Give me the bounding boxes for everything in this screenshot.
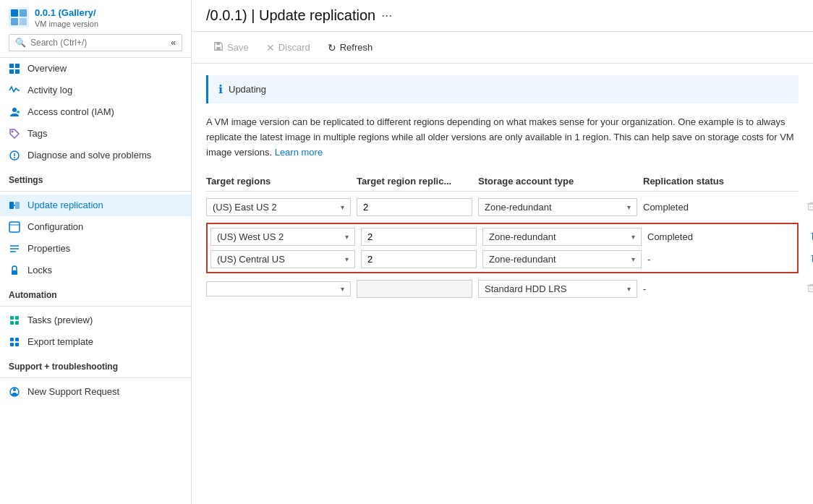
search-input[interactable] <box>30 38 166 48</box>
storage-select-1[interactable]: Zone-redundant ▾ <box>482 228 642 246</box>
svg-rect-25 <box>10 316 14 320</box>
main-content: /0.0.1) | Update replication ··· Save ✕ … <box>192 0 813 504</box>
support-divider <box>0 377 191 378</box>
content-area: ℹ Updating A VM image version can be rep… <box>192 64 813 504</box>
discard-label: Discard <box>278 42 310 53</box>
nav-iam[interactable]: + Access control (IAM) <box>0 101 191 123</box>
config-icon <box>9 221 20 233</box>
svg-rect-1 <box>11 9 18 17</box>
nav-iam-label: Access control (IAM) <box>27 106 114 117</box>
svg-rect-56 <box>809 284 813 286</box>
nav-tasks-label: Tasks (preview) <box>27 315 93 325</box>
banner-text: Updating <box>229 84 266 95</box>
page-title: /0.0.1) | Update replication <box>206 7 375 24</box>
storage-value-2: Zone-redundant <box>489 254 556 265</box>
status-3: - <box>643 283 788 294</box>
overview-icon <box>9 63 20 74</box>
replica-input-1[interactable] <box>361 228 477 246</box>
region-value-0: (US) East US 2 <box>213 202 277 213</box>
svg-rect-37 <box>809 204 813 210</box>
svg-rect-7 <box>9 69 14 74</box>
page-menu-dots[interactable]: ··· <box>381 8 392 23</box>
discard-button[interactable]: ✕ Discard <box>259 38 318 57</box>
col-header-status: Replication status <box>643 176 788 187</box>
automation-section-label: Automation <box>0 281 191 303</box>
nav-locks[interactable]: Locks <box>0 260 191 281</box>
chevron-icon-3: ▾ <box>341 285 344 293</box>
save-label: Save <box>227 42 249 53</box>
region-select-3[interactable]: ▾ <box>206 281 351 296</box>
col-header-storage: Storage account type <box>478 176 637 187</box>
nav-support-label: New Support Request <box>27 386 119 397</box>
storage-chevron-2: ▾ <box>631 255 635 263</box>
col-header-replicas: Target region replic... <box>357 176 472 187</box>
support-section-label: Support + troubleshooting <box>0 353 191 375</box>
svg-rect-32 <box>15 343 19 346</box>
nav-configuration[interactable]: Configuration <box>0 216 191 238</box>
nav-export-label: Export template <box>27 336 93 347</box>
description-text: A VM image version can be replicated to … <box>206 115 799 160</box>
nav-support-request[interactable]: New Support Request <box>0 381 191 403</box>
storage-chevron-1: ▾ <box>631 233 635 241</box>
replica-input-3[interactable] <box>357 280 472 298</box>
nav-tags[interactable]: Tags <box>0 123 191 145</box>
svg-rect-27 <box>10 321 14 325</box>
brand-title: 0.0.1 (Gallery/ <box>35 7 98 20</box>
activity-icon <box>9 85 20 96</box>
svg-rect-4 <box>20 18 27 25</box>
nav-tasks[interactable]: Tasks (preview) <box>0 309 191 331</box>
tag-icon <box>9 128 20 140</box>
storage-select-3[interactable]: Standard HDD LRS ▾ <box>478 280 637 298</box>
svg-rect-17 <box>15 202 20 209</box>
svg-rect-26 <box>15 316 19 320</box>
storage-select-2[interactable]: Zone-redundant ▾ <box>482 250 642 268</box>
replica-input-0[interactable] <box>357 198 472 216</box>
brand-icon <box>9 7 29 27</box>
region-value-1: (US) West US 2 <box>217 231 284 242</box>
sidebar-header: 0.0.1 (Gallery/ VM image version 🔍 « <box>0 0 191 58</box>
svg-rect-30 <box>15 338 19 341</box>
svg-point-9 <box>12 108 17 112</box>
refresh-button[interactable]: ↻ Refresh <box>320 38 380 57</box>
replica-input-2[interactable] <box>361 250 477 268</box>
region-value-2: (US) Central US <box>217 254 285 265</box>
svg-point-12 <box>12 130 14 132</box>
delete-btn-2[interactable] <box>798 252 813 268</box>
storage-select-0[interactable]: Zone-redundant ▾ <box>478 198 637 216</box>
table-row: (US) West US 2 ▾ Zone-redundant ▾ Comple… <box>210 226 794 248</box>
save-button[interactable]: Save <box>206 38 256 57</box>
nav-update-replication[interactable]: Update replication <box>0 195 191 216</box>
table-row: (US) East US 2 ▾ Zone-redundant ▾ Comple… <box>206 195 799 220</box>
region-select-1[interactable]: (US) West US 2 ▾ <box>210 228 355 246</box>
nav-diagnose[interactable]: Diagnose and solve problems <box>0 145 191 166</box>
svg-rect-28 <box>15 321 19 325</box>
save-icon <box>213 41 224 54</box>
nav-export-template[interactable]: Export template <box>0 331 191 353</box>
svg-point-15 <box>14 157 15 158</box>
search-box[interactable]: 🔍 « <box>9 34 182 51</box>
svg-rect-29 <box>10 338 14 341</box>
nav-activity-label: Activity log <box>27 85 72 95</box>
brand-subtitle: VM image version <box>35 20 98 28</box>
learn-more-link[interactable]: Learn more <box>275 147 323 158</box>
table-header-row: Target regions Target region replic... S… <box>206 171 799 192</box>
storage-value-0: Zone-redundant <box>485 202 552 213</box>
nav-activity-log[interactable]: Activity log <box>0 80 191 101</box>
refresh-icon: ↻ <box>328 42 336 54</box>
nav-replication-label: Update replication <box>27 200 103 210</box>
svg-rect-19 <box>9 222 20 232</box>
lock-icon <box>9 265 20 276</box>
region-select-2[interactable]: (US) Central US ▾ <box>210 250 355 268</box>
region-select-0[interactable]: (US) East US 2 ▾ <box>206 198 351 216</box>
svg-rect-16 <box>9 202 14 209</box>
info-icon: ℹ <box>218 82 223 96</box>
tasks-icon <box>9 315 20 326</box>
collapse-button[interactable]: « <box>171 38 176 48</box>
nav-properties[interactable]: Properties <box>0 238 191 260</box>
settings-section-label: Settings <box>0 166 191 188</box>
delete-btn-1[interactable] <box>798 229 813 245</box>
nav-overview[interactable]: Overview <box>0 58 191 80</box>
support-icon <box>9 386 20 398</box>
col-header-actions <box>793 176 813 187</box>
chevron-icon-0: ▾ <box>341 203 344 211</box>
